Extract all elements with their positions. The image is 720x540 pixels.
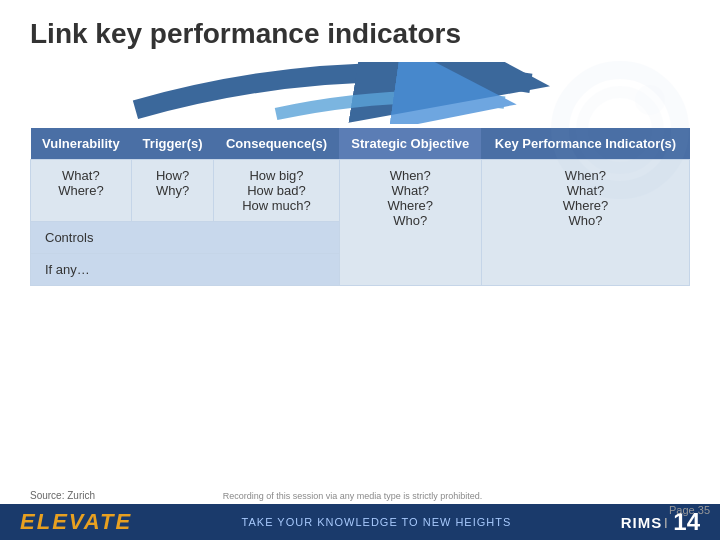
title-area: Link key performance indicators [0, 0, 720, 58]
elevate-rest: LEVATE [37, 509, 133, 534]
header-triggers: Trigger(s) [131, 128, 214, 160]
footer-bar: ELEVATE TAKE YOUR KNOWLEDGE TO NEW HEIGH… [0, 504, 720, 540]
cell-ifany: If any… [31, 254, 340, 286]
header-vulnerability: Vulnerability [31, 128, 132, 160]
rims-text: RIMS [621, 514, 663, 531]
main-table: Vulnerability Trigger(s) Consequence(s) … [30, 128, 690, 286]
source-text: Source: Zurich [30, 490, 95, 501]
header-kpi: Key Performance Indicator(s) [481, 128, 689, 160]
footer: Source: Zurich Recording of this session… [0, 485, 720, 540]
table-wrapper: Vulnerability Trigger(s) Consequence(s) … [30, 128, 690, 286]
arrow-area [30, 58, 690, 128]
rims-divider: | [664, 516, 667, 528]
table-row-main: What?Where? How?Why? How big?How bad?How… [31, 160, 690, 222]
page-title: Link key performance indicators [30, 18, 690, 50]
cell-consequences: How big?How bad?How much? [214, 160, 339, 222]
elevate-e: E [20, 509, 37, 534]
page-number: Page 35 [669, 504, 710, 516]
page: Link key performance indicators [0, 0, 720, 540]
recording-text: Recording of this session via any media … [223, 491, 483, 501]
tagline: TAKE YOUR KNOWLEDGE TO NEW HEIGHTS [132, 516, 621, 528]
cell-vulnerability: What?Where? [31, 160, 132, 222]
arrows-svg [30, 62, 610, 124]
footer-top: Source: Zurich Recording of this session… [0, 485, 720, 504]
cell-triggers: How?Why? [131, 160, 214, 222]
header-strategic: Strategic Objective [339, 128, 481, 160]
table-header-row: Vulnerability Trigger(s) Consequence(s) … [31, 128, 690, 160]
cell-kpi: When?What?Where?Who? [481, 160, 689, 286]
elevate-logo: ELEVATE [20, 509, 132, 535]
cell-controls: Controls [31, 222, 340, 254]
cell-strategic: When?What?Where?Who? [339, 160, 481, 286]
header-consequences: Consequence(s) [214, 128, 339, 160]
